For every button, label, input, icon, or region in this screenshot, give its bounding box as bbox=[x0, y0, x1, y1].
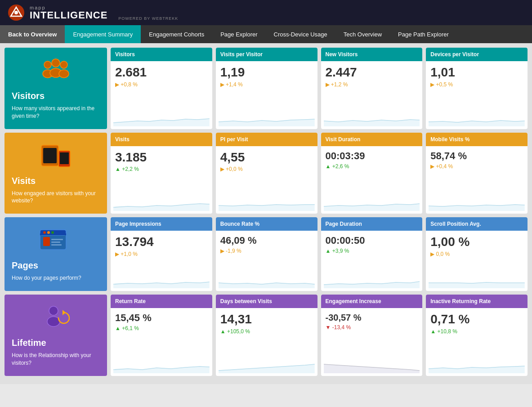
nav-engagement-summary[interactable]: Engagement Summary bbox=[65, 25, 141, 43]
metric-dpv-change: ▶ +0,5 % bbox=[430, 81, 523, 88]
metric-mv-body: 58,74 % ▶ +0,4 % bbox=[426, 146, 528, 196]
metric-rr-value: 15,45 % bbox=[115, 313, 208, 323]
metric-rr-sparkline bbox=[111, 358, 212, 376]
svg-rect-20 bbox=[51, 239, 63, 240]
svg-point-16 bbox=[43, 231, 46, 234]
metric-visits-value: 3.185 bbox=[115, 151, 208, 165]
metric-rr-change: ▲ +6,1 % bbox=[115, 325, 208, 331]
metric-nv-change: ▶ +1,2 % bbox=[326, 81, 418, 88]
metric-nv-header: New Visitors bbox=[321, 48, 423, 61]
lifetime-desc: How is the Relationship with your visito… bbox=[12, 352, 100, 367]
pages-title: Pages bbox=[12, 260, 38, 271]
metric-visitors: Visitors 2.681 ▶ +0,8 % bbox=[111, 48, 212, 129]
metric-br-sparkline bbox=[216, 273, 317, 291]
metric-visits-change: ▲ +2,2 % bbox=[115, 166, 208, 172]
svg-rect-19 bbox=[43, 237, 50, 246]
metric-pi-header: Page Impressions bbox=[111, 217, 212, 231]
logo-text: mapp INTELLIGENCE bbox=[30, 5, 107, 20]
metric-ir-value: 0,71 % bbox=[430, 313, 523, 326]
metric-vd-sparkline bbox=[321, 196, 423, 214]
nav-page-explorer[interactable]: Page Explorer bbox=[212, 25, 265, 43]
metric-ei-header: Engagement Increase bbox=[321, 295, 423, 308]
metric-rr-header: Return Rate bbox=[111, 295, 212, 308]
visitors-title: Visitors bbox=[12, 91, 45, 101]
svg-rect-22 bbox=[51, 244, 62, 246]
metric-visitors-change: ▶ +0,8 % bbox=[115, 81, 208, 88]
metric-page-duration: Page Duration 00:00:50 ▲ +3,9 % bbox=[321, 217, 423, 291]
metric-pi-body: 13.794 ▶ +1,0 % bbox=[111, 231, 212, 273]
pages-metrics: Page Impressions 13.794 ▶ +1,0 % Bounce … bbox=[111, 217, 528, 291]
visits-desc: How engaged are visitors with your websi… bbox=[12, 190, 100, 205]
metric-br-value: 46,09 % bbox=[220, 235, 313, 246]
metric-dpv-header: Devices per Visitor bbox=[426, 48, 528, 61]
lifetime-metrics: Return Rate 15,45 % ▲ +6,1 % Days betwee… bbox=[111, 295, 528, 376]
lifetime-panel: Lifetime How is the Relationship with yo… bbox=[4, 295, 107, 376]
metric-visits-body: 3.185 ▲ +2,2 % bbox=[111, 146, 212, 196]
metric-nv-body: 2.447 ▶ +1,2 % bbox=[321, 61, 423, 111]
metric-ppv-change: ▶ +0,0 % bbox=[220, 166, 313, 172]
metric-ei-sparkline bbox=[321, 358, 423, 376]
metric-visitors-value: 2.681 bbox=[115, 66, 208, 80]
metric-ppv-body: 4,55 ▶ +0,0 % bbox=[216, 146, 317, 196]
svg-point-5 bbox=[52, 59, 60, 67]
metric-pd-body: 00:00:50 ▲ +3,9 % bbox=[321, 231, 423, 273]
metric-dbv-header: Days between Visits bbox=[216, 295, 317, 308]
metric-mv-sparkline bbox=[426, 196, 528, 214]
metric-ir-body: 0,71 % ▲ +10,8 % bbox=[426, 308, 528, 358]
visitors-icon-area bbox=[38, 57, 74, 85]
visits-icon-area bbox=[38, 142, 74, 170]
metric-ir-header: Inactive Returning Rate bbox=[426, 295, 528, 308]
svg-point-2 bbox=[14, 11, 18, 14]
visitors-panel: Visitors How many visitors appeared in t… bbox=[4, 48, 107, 129]
svg-marker-25 bbox=[63, 310, 66, 315]
metric-visits-header: Visits bbox=[111, 133, 212, 146]
metric-nv-sparkline bbox=[321, 111, 423, 129]
lifetime-icon-area bbox=[38, 304, 74, 332]
metric-sp-body: 1,00 % ▶ 0,0 % bbox=[426, 231, 528, 273]
metric-pi-sparkline bbox=[111, 273, 212, 291]
svg-rect-10 bbox=[43, 148, 57, 163]
visits-icon bbox=[38, 142, 74, 169]
lifetime-title: Lifetime bbox=[12, 338, 46, 348]
metric-visitors-header: Visitors bbox=[111, 48, 212, 61]
metric-mobile-visits: Mobile Visits % 58,74 % ▶ +0,4 % bbox=[426, 133, 528, 214]
nav-cross-device[interactable]: Cross-Device Usage bbox=[266, 25, 335, 43]
visits-row: Visits How engaged are visitors with you… bbox=[4, 133, 528, 214]
metric-sp-header: Scroll Position Avg. bbox=[426, 217, 528, 231]
metric-vpv-sparkline bbox=[216, 111, 317, 129]
svg-point-17 bbox=[47, 231, 50, 234]
pages-panel: Pages How do your pages perform? bbox=[4, 217, 107, 291]
pages-icon bbox=[38, 226, 74, 253]
nav-page-path-explorer[interactable]: Page Path Explorer bbox=[390, 25, 457, 43]
metric-pi-value: 13.794 bbox=[115, 235, 208, 249]
nav-tech-overview[interactable]: Tech Overview bbox=[335, 25, 390, 43]
metric-dbv-sparkline bbox=[216, 358, 317, 376]
metric-days-between-visits: Days between Visits 14,31 ▲ +105,0 % bbox=[216, 295, 317, 376]
metric-dbv-value: 14,31 bbox=[220, 313, 313, 326]
metric-br-header: Bounce Rate % bbox=[216, 217, 317, 231]
metric-ppv-header: PI per Visit bbox=[216, 133, 317, 146]
metric-return-rate: Return Rate 15,45 % ▲ +6,1 % bbox=[111, 295, 212, 376]
pages-icon-area bbox=[38, 226, 74, 255]
nav-engagement-cohorts[interactable]: Engagement Cohorts bbox=[141, 25, 212, 43]
svg-point-18 bbox=[51, 231, 54, 234]
metric-visit-duration: Visit Duration 00:03:39 ▲ +2,6 % bbox=[321, 133, 423, 214]
svg-rect-12 bbox=[60, 152, 69, 164]
visits-panel: Visits How engaged are visitors with you… bbox=[4, 133, 107, 214]
metric-sp-value: 1,00 % bbox=[430, 235, 523, 249]
metric-dpv-value: 1,01 bbox=[430, 66, 523, 80]
metric-pi-per-visit: PI per Visit 4,55 ▶ +0,0 % bbox=[216, 133, 317, 214]
svg-point-7 bbox=[60, 61, 67, 68]
metric-br-change: ▶ -1,9 % bbox=[220, 248, 313, 254]
metric-vpv-header: Visits per Visitor bbox=[216, 48, 317, 61]
svg-point-23 bbox=[49, 306, 58, 315]
visits-title: Visits bbox=[12, 176, 36, 186]
metric-mv-value: 58,74 % bbox=[430, 151, 523, 161]
nav-back-to-overview[interactable]: Back to Overview bbox=[0, 25, 65, 43]
metric-vd-header: Visit Duration bbox=[321, 133, 423, 146]
metric-sp-sparkline bbox=[426, 273, 528, 291]
visitors-icon bbox=[38, 57, 74, 84]
metric-dpv-body: 1,01 ▶ +0,5 % bbox=[426, 61, 528, 111]
metric-vd-value: 00:03:39 bbox=[326, 151, 418, 161]
metric-pd-header: Page Duration bbox=[321, 217, 423, 231]
